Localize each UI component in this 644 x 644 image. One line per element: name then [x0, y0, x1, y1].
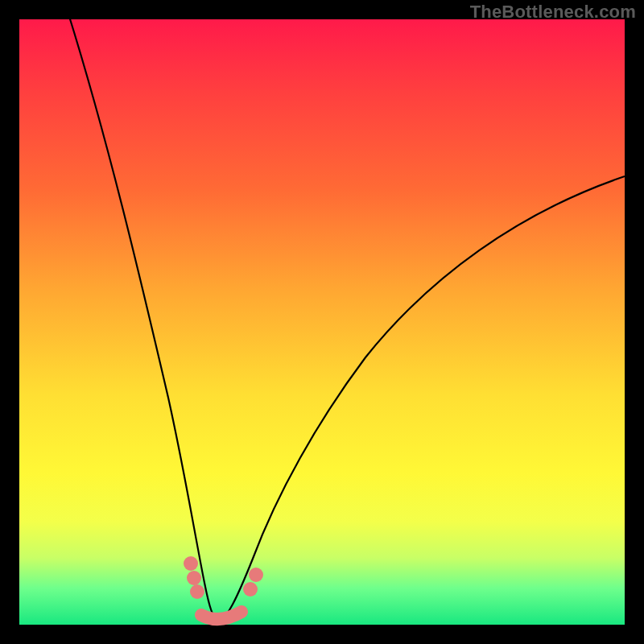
chart-svg: [19, 19, 625, 625]
bead-marker: [190, 584, 204, 599]
curve-right-branch: [219, 176, 625, 621]
bead-marker: [187, 571, 201, 585]
watermark-text: TheBottleneck.com: [470, 2, 636, 23]
curve-left-branch: [68, 11, 219, 621]
chart-plot-area: [19, 19, 625, 625]
bead-marker: [184, 556, 198, 571]
bead-marker: [249, 568, 263, 582]
bead-marker: [243, 582, 258, 597]
bead-valley-bar: [201, 612, 242, 619]
